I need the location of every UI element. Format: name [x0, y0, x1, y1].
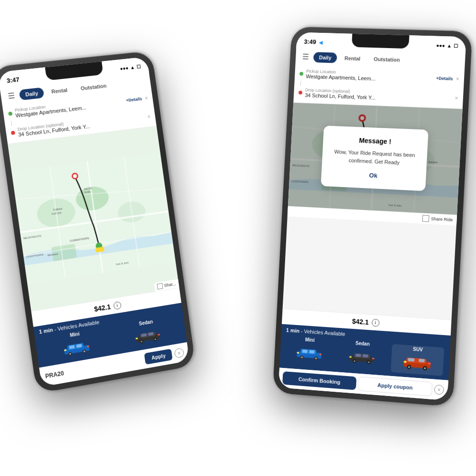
dialog-box-right: Message ! Wow, Your Ride Request has bee… [321, 126, 428, 191]
svg-rect-77 [356, 354, 361, 357]
car-mini-svg-left [61, 337, 92, 358]
pickup-row-right: Pickup Location Westgate Apartments, Lee… [299, 67, 460, 86]
vehicle-mini-name-right: Mini [286, 336, 335, 344]
status-icons-right: ●●● ▲ ☐ [436, 42, 458, 48]
price-left: $42.1 [94, 303, 111, 313]
car-suv-svg-right [402, 353, 432, 372]
vehicle-suv-right[interactable]: SUV [390, 343, 446, 377]
svg-rect-78 [363, 354, 368, 357]
tab-outstation-left[interactable]: Outstation [74, 79, 113, 94]
svg-rect-87 [408, 358, 415, 362]
scene: 3:47 ●●● ▲ ☐ ☰ Daily Rental Outstation [0, 0, 476, 476]
share-label-left: Shar... [164, 281, 176, 288]
map-svg-left: Fulford Golf Club SOUTH BANK MELROSEGATE… [8, 126, 179, 311]
phone-left-screen: 3:47 ●●● ▲ ☐ ☰ Daily Rental Outstation [0, 57, 189, 387]
map-bg-left: Fulford Golf Club SOUTH BANK MELROSEGATE… [8, 126, 179, 311]
pickup-dot-right [299, 72, 303, 76]
dropoff-dot-right [298, 90, 302, 94]
time-left: 3:47 [6, 76, 20, 84]
info-icon-right[interactable]: i [371, 319, 379, 327]
share-checkbox-right[interactable] [422, 215, 429, 222]
phone-left: 3:47 ●●● ▲ ☐ ☰ Daily Rental Outstation [0, 50, 196, 394]
dialog-ok-button[interactable]: Ok [333, 170, 415, 181]
confirm-booking-button[interactable]: Confirm Booking [282, 371, 357, 390]
vehicle-sedan-name-right: Sedan [338, 339, 387, 348]
price-right: $42.1 [352, 317, 369, 326]
dropoff-close-left[interactable]: × [147, 113, 151, 120]
status-icons-left: ●●● ▲ ☐ [119, 64, 141, 71]
phone-right-shell: 3:49 ◀ ●●● ▲ ☐ ☰ Daily Rental [273, 27, 473, 407]
pickup-close-left[interactable]: × [144, 95, 149, 101]
vehicle-suv-name-right: SUV [393, 345, 443, 354]
svg-rect-88 [419, 359, 425, 363]
svg-rect-84 [372, 358, 375, 359]
svg-rect-74 [319, 354, 322, 355]
hamburger-left[interactable]: ☰ [4, 89, 19, 102]
dropoff-dot-left [11, 131, 15, 135]
svg-rect-0 [11, 152, 176, 284]
pickup-dot-left [8, 111, 12, 116]
map-bg-right: Fulford Golf Club SOUTH BANK MELROSEGATE… [288, 103, 463, 215]
dialog-title: Message ! [334, 136, 416, 147]
share-label-right: Share Ride [431, 217, 453, 222]
vehicle-mini-right[interactable]: Mini [284, 336, 334, 369]
phone-left-shell: 3:47 ●●● ▲ ☐ ☰ Daily Rental Outstation [0, 50, 196, 394]
map-left: Fulford Golf Club SOUTH BANK MELROSEGATE… [8, 126, 179, 311]
details-link-right[interactable]: +Details [436, 76, 453, 81]
tab-outstation-right[interactable]: Outstation [368, 53, 406, 65]
phone-right: 3:49 ◀ ●●● ▲ ☐ ☰ Daily Rental [273, 27, 473, 407]
hamburger-right[interactable]: ☰ [299, 51, 312, 62]
vehicle-sedan-right[interactable]: Sedan [337, 339, 387, 373]
dialog-overlay-right: Message ! Wow, Your Ride Request has bee… [288, 103, 463, 215]
phone-right-screen: 3:49 ◀ ●●● ▲ ☐ ☰ Daily Rental [278, 32, 466, 401]
tab-rental-left[interactable]: Rental [45, 84, 74, 97]
tab-daily-right[interactable]: Daily [313, 52, 337, 63]
map-right: Fulford Golf Club SOUTH BANK MELROSEGATE… [283, 103, 463, 320]
car-sedan-svg-right [347, 347, 377, 366]
tab-rental-right[interactable]: Rental [338, 52, 366, 64]
share-checkbox-map-left[interactable] [157, 283, 163, 290]
dialog-body: Wow, Your Ride Request has been confirme… [333, 148, 416, 167]
svg-rect-93 [404, 361, 406, 363]
dropoff-row-right: Drop Location (optional) 34 School Ln, F… [298, 86, 458, 106]
info-icon-left[interactable]: i [113, 301, 121, 310]
svg-rect-73 [297, 352, 299, 353]
phone-right-notch [352, 34, 409, 49]
coupon-close-left[interactable]: × [174, 347, 184, 358]
svg-rect-68 [309, 350, 315, 353]
time-right: 3:49 ◀ [304, 38, 323, 45]
location-inputs-right: Pickup Location Westgate Apartments, Lee… [293, 64, 465, 109]
svg-rect-94 [428, 363, 431, 365]
car-mini-svg-right [295, 343, 324, 362]
dropoff-close-right[interactable]: × [455, 95, 458, 101]
car-sedan-svg-left [133, 325, 163, 346]
details-link-left[interactable]: +Details [126, 96, 142, 103]
apply-coupon-button[interactable]: Apply coupon [358, 377, 433, 397]
apply-button-left[interactable]: Apply [144, 349, 173, 365]
pickup-close-right[interactable]: × [456, 76, 459, 82]
svg-rect-83 [349, 356, 352, 357]
svg-rect-67 [302, 349, 307, 353]
bottom-bar-close[interactable]: × [434, 385, 444, 395]
tab-daily-left[interactable]: Daily [19, 87, 45, 100]
